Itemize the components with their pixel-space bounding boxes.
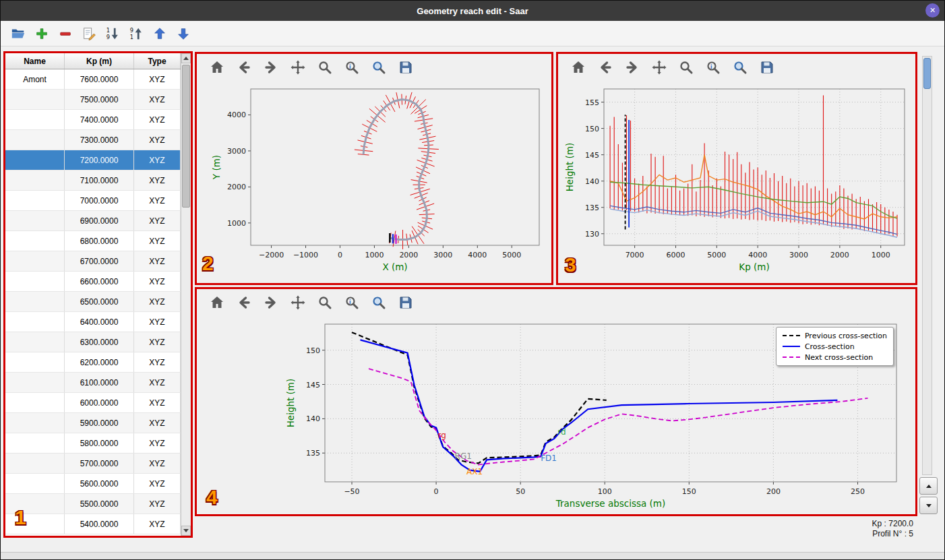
cell-name: [5, 211, 65, 230]
save-button[interactable]: [395, 57, 417, 78]
save-button[interactable]: [756, 57, 778, 78]
forward-button[interactable]: [260, 57, 282, 78]
table-row[interactable]: 7400.0000XYZ: [5, 110, 181, 130]
zoom-button[interactable]: [314, 57, 336, 78]
move-down-button[interactable]: [174, 24, 193, 43]
profile-up-button[interactable]: [919, 477, 938, 495]
save-button[interactable]: [395, 292, 417, 313]
table-row[interactable]: 7300.0000XYZ: [5, 130, 181, 150]
table-row[interactable]: 5900.0000XYZ: [5, 413, 181, 433]
table-row[interactable]: 5800.0000XYZ: [5, 433, 181, 454]
table-row[interactable]: 6600.0000XYZ: [5, 272, 181, 292]
cell-name: [5, 352, 65, 372]
svg-text:1000: 1000: [872, 251, 890, 259]
table-row[interactable]: 6000.0000XYZ: [5, 393, 181, 413]
svg-text:3000: 3000: [789, 251, 808, 259]
zoom-rect-icon: [371, 294, 387, 311]
zoom-button[interactable]: [314, 292, 336, 313]
svg-text:100: 100: [598, 487, 612, 496]
table-row[interactable]: 5500.0000XYZ: [5, 494, 181, 514]
back-button[interactable]: [233, 57, 255, 78]
table-scrollbar-thumb[interactable]: [182, 65, 190, 208]
open-file-button[interactable]: [9, 24, 28, 43]
table-row[interactable]: 7000.0000XYZ: [5, 191, 181, 211]
zoom-button[interactable]: [675, 57, 697, 78]
cell-kp: 6600.0000: [65, 272, 134, 291]
cell-kp: 7400.0000: [65, 110, 134, 129]
home-button[interactable]: [568, 57, 589, 78]
sort-descending-button[interactable]: 91: [127, 24, 146, 43]
home-button[interactable]: [206, 57, 228, 78]
close-button[interactable]: ✕: [925, 3, 940, 18]
col-header-name[interactable]: Name: [5, 53, 65, 69]
svg-text:X (m): X (m): [382, 261, 407, 272]
pan-button[interactable]: [287, 292, 309, 313]
table-row[interactable]: 6100.0000XYZ: [5, 373, 181, 393]
table-row[interactable]: 6800.0000XYZ: [5, 231, 181, 251]
zoom-rect-button[interactable]: [368, 57, 390, 78]
triangle-up-icon: [183, 57, 189, 60]
cell-name: [5, 292, 65, 311]
cross-section-panel: i Previous cross-sectionCross-sectionNex…: [195, 287, 917, 516]
home-button[interactable]: [206, 292, 228, 313]
profile-down-button[interactable]: [919, 497, 938, 514]
cell-kp: 5900.0000: [65, 413, 134, 433]
table-row[interactable]: 7200.0000XYZ: [5, 150, 181, 170]
edit-axis-button[interactable]: i: [702, 57, 724, 78]
forward-button[interactable]: [260, 292, 282, 313]
pan-button[interactable]: [287, 57, 309, 78]
home-icon: [209, 294, 225, 311]
edit-icon: [82, 26, 96, 41]
table-row[interactable]: 6700.0000XYZ: [5, 251, 181, 272]
zoom-rect-button[interactable]: [368, 292, 390, 313]
cell-name: [5, 150, 65, 170]
col-header-type[interactable]: Type: [134, 53, 181, 69]
table-row[interactable]: 5600.0000XYZ: [5, 474, 181, 494]
table-row[interactable]: 6400.0000XYZ: [5, 312, 181, 332]
back-arrow-icon: [597, 59, 613, 75]
table-row[interactable]: 6200.0000XYZ: [5, 352, 181, 373]
svg-text:150: 150: [682, 487, 696, 496]
svg-text:2000: 2000: [830, 251, 849, 259]
table-row[interactable]: 7100.0000XYZ: [5, 170, 181, 191]
window-scrollbar-thumb[interactable]: [923, 58, 931, 89]
pan-icon: [651, 59, 667, 75]
sort-ascending-button[interactable]: 19: [103, 24, 122, 43]
table-row[interactable]: 6900.0000XYZ: [5, 211, 181, 231]
cell-kp: 7500.0000: [65, 90, 134, 109]
svg-text:155: 155: [585, 98, 599, 107]
table-row[interactable]: 5400.0000XYZ: [5, 514, 181, 534]
table-row[interactable]: 7500.0000XYZ: [5, 90, 181, 110]
cell-name: [5, 272, 65, 291]
cell-kp: 5600.0000: [65, 474, 134, 493]
table-row[interactable]: 6300.0000XYZ: [5, 332, 181, 352]
svg-text:0: 0: [434, 487, 439, 496]
cell-name: [5, 90, 65, 109]
table-row[interactable]: 5700.0000XYZ: [5, 454, 181, 474]
cell-type: XYZ: [134, 312, 181, 332]
table-row[interactable]: Amont7600.0000XYZ: [5, 69, 181, 90]
remove-profile-button[interactable]: [56, 24, 75, 43]
col-header-kp[interactable]: Kp (m): [65, 53, 134, 69]
legend-line-sample: [783, 335, 800, 336]
legend-item: Next cross-section: [783, 352, 887, 363]
table-scroll-down-button[interactable]: [181, 526, 191, 536]
pan-button[interactable]: [648, 57, 670, 78]
zoom-rect-button[interactable]: [729, 57, 751, 78]
forward-button[interactable]: [621, 57, 643, 78]
window-scrollbar[interactable]: [922, 56, 932, 475]
edit-axis-button[interactable]: i: [341, 57, 363, 78]
move-up-button[interactable]: [150, 24, 169, 43]
plan-view-figure[interactable]: −2000−1000010002000300040005000100020003…: [197, 81, 551, 283]
back-button[interactable]: [233, 292, 255, 313]
table-scrollbar[interactable]: [181, 53, 191, 536]
table-row[interactable]: 6500.0000XYZ: [5, 292, 181, 312]
table-scroll-up-button[interactable]: [181, 53, 191, 63]
cross-section-figure[interactable]: Previous cross-sectionCross-sectionNext …: [197, 316, 915, 514]
edit-axis-button[interactable]: i: [341, 292, 363, 313]
add-profile-button[interactable]: [32, 24, 51, 43]
long-profile-figure[interactable]: 7000600050004000300020001000130135140145…: [558, 81, 915, 283]
back-button[interactable]: [595, 57, 616, 78]
cell-kp: 6700.0000: [65, 251, 134, 271]
edit-profile-button[interactable]: [80, 24, 98, 43]
